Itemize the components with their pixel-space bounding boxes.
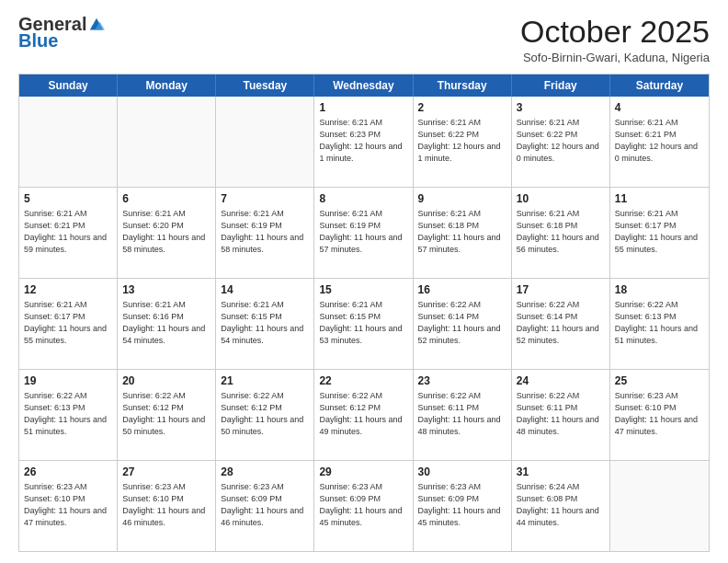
calendar-cell: 11Sunrise: 6:21 AM Sunset: 6:17 PM Dayli… [610, 188, 709, 278]
header-friday: Friday [512, 75, 610, 97]
day-number: 30 [418, 465, 506, 480]
cell-info: Sunrise: 6:21 AM Sunset: 6:22 PM Dayligh… [418, 117, 506, 165]
day-number: 11 [615, 191, 704, 207]
day-number: 4 [615, 100, 704, 116]
cell-info: Sunrise: 6:23 AM Sunset: 6:09 PM Dayligh… [221, 481, 309, 529]
cell-info: Sunrise: 6:21 AM Sunset: 6:16 PM Dayligh… [122, 299, 210, 347]
logo-icon [88, 17, 105, 33]
logo: General Blue [18, 15, 105, 50]
calendar-cell: 10Sunrise: 6:21 AM Sunset: 6:18 PM Dayli… [512, 188, 610, 278]
cell-info: Sunrise: 6:22 AM Sunset: 6:12 PM Dayligh… [221, 390, 309, 438]
day-number: 24 [517, 373, 605, 389]
day-number: 2 [418, 100, 506, 116]
cell-info: Sunrise: 6:21 AM Sunset: 6:15 PM Dayligh… [319, 299, 407, 347]
day-number: 15 [319, 282, 407, 298]
calendar-row-4: 26Sunrise: 6:23 AM Sunset: 6:10 PM Dayli… [19, 461, 709, 551]
calendar-cell: 26Sunrise: 6:23 AM Sunset: 6:10 PM Dayli… [19, 461, 118, 551]
calendar-cell: 16Sunrise: 6:22 AM Sunset: 6:14 PM Dayli… [414, 279, 512, 369]
cell-info: Sunrise: 6:22 AM Sunset: 6:11 PM Dayligh… [418, 390, 506, 438]
cell-info: Sunrise: 6:22 AM Sunset: 6:12 PM Dayligh… [319, 390, 407, 438]
cell-info: Sunrise: 6:21 AM Sunset: 6:17 PM Dayligh… [615, 208, 704, 256]
calendar-cell: 7Sunrise: 6:21 AM Sunset: 6:19 PM Daylig… [216, 188, 314, 278]
calendar-cell: 4Sunrise: 6:21 AM Sunset: 6:21 PM Daylig… [610, 97, 709, 187]
calendar-cell: 20Sunrise: 6:22 AM Sunset: 6:12 PM Dayli… [118, 370, 216, 460]
day-number: 19 [24, 373, 112, 389]
cell-info: Sunrise: 6:23 AM Sunset: 6:10 PM Dayligh… [24, 481, 112, 529]
calendar-cell: 27Sunrise: 6:23 AM Sunset: 6:10 PM Dayli… [118, 461, 216, 551]
calendar-cell: 30Sunrise: 6:23 AM Sunset: 6:09 PM Dayli… [414, 461, 512, 551]
cell-info: Sunrise: 6:23 AM Sunset: 6:09 PM Dayligh… [418, 481, 506, 529]
cell-info: Sunrise: 6:22 AM Sunset: 6:14 PM Dayligh… [418, 299, 506, 347]
calendar-cell [610, 461, 709, 551]
day-number: 13 [122, 282, 210, 298]
calendar-cell: 12Sunrise: 6:21 AM Sunset: 6:17 PM Dayli… [19, 279, 118, 369]
calendar-cell [216, 97, 314, 187]
cell-info: Sunrise: 6:21 AM Sunset: 6:21 PM Dayligh… [615, 117, 704, 165]
header-wednesday: Wednesday [314, 75, 413, 97]
calendar-cell: 18Sunrise: 6:22 AM Sunset: 6:13 PM Dayli… [610, 279, 709, 369]
day-number: 25 [615, 373, 704, 389]
cell-info: Sunrise: 6:22 AM Sunset: 6:13 PM Dayligh… [615, 299, 704, 347]
header-monday: Monday [118, 75, 216, 97]
calendar-cell: 29Sunrise: 6:23 AM Sunset: 6:09 PM Dayli… [314, 461, 413, 551]
title-section: October 2025 Sofo-Birnin-Gwari, Kaduna, … [520, 15, 710, 64]
header-thursday: Thursday [414, 75, 512, 97]
cell-info: Sunrise: 6:21 AM Sunset: 6:18 PM Dayligh… [418, 208, 506, 256]
calendar-cell: 15Sunrise: 6:21 AM Sunset: 6:15 PM Dayli… [314, 279, 413, 369]
cell-info: Sunrise: 6:22 AM Sunset: 6:11 PM Dayligh… [517, 390, 605, 438]
calendar-cell [19, 97, 118, 187]
day-number: 7 [221, 191, 309, 207]
calendar-header: Sunday Monday Tuesday Wednesday Thursday… [19, 75, 709, 97]
cell-info: Sunrise: 6:22 AM Sunset: 6:14 PM Dayligh… [517, 299, 605, 347]
day-number: 27 [122, 465, 210, 480]
calendar-row-3: 19Sunrise: 6:22 AM Sunset: 6:13 PM Dayli… [19, 370, 709, 461]
month-title: October 2025 [520, 15, 710, 49]
day-number: 26 [24, 465, 112, 480]
cell-info: Sunrise: 6:22 AM Sunset: 6:12 PM Dayligh… [122, 390, 210, 438]
calendar: Sunday Monday Tuesday Wednesday Thursday… [18, 74, 710, 552]
calendar-cell: 24Sunrise: 6:22 AM Sunset: 6:11 PM Dayli… [512, 370, 610, 460]
day-number: 20 [122, 373, 210, 389]
day-number: 10 [517, 191, 605, 207]
calendar-cell: 31Sunrise: 6:24 AM Sunset: 6:08 PM Dayli… [512, 461, 610, 551]
cell-info: Sunrise: 6:21 AM Sunset: 6:23 PM Dayligh… [319, 117, 407, 165]
calendar-cell: 8Sunrise: 6:21 AM Sunset: 6:19 PM Daylig… [314, 188, 413, 278]
calendar-cell: 23Sunrise: 6:22 AM Sunset: 6:11 PM Dayli… [414, 370, 512, 460]
cell-info: Sunrise: 6:21 AM Sunset: 6:22 PM Dayligh… [517, 117, 605, 165]
day-number: 3 [517, 100, 605, 116]
calendar-cell: 5Sunrise: 6:21 AM Sunset: 6:21 PM Daylig… [19, 188, 118, 278]
day-number: 31 [517, 465, 605, 480]
cell-info: Sunrise: 6:23 AM Sunset: 6:09 PM Dayligh… [319, 481, 407, 529]
day-number: 29 [319, 465, 407, 480]
calendar-cell: 1Sunrise: 6:21 AM Sunset: 6:23 PM Daylig… [314, 97, 413, 187]
day-number: 28 [221, 465, 309, 480]
day-number: 6 [122, 191, 210, 207]
calendar-cell: 13Sunrise: 6:21 AM Sunset: 6:16 PM Dayli… [118, 279, 216, 369]
calendar-cell: 6Sunrise: 6:21 AM Sunset: 6:20 PM Daylig… [118, 188, 216, 278]
calendar-cell: 2Sunrise: 6:21 AM Sunset: 6:22 PM Daylig… [414, 97, 512, 187]
calendar-cell: 25Sunrise: 6:23 AM Sunset: 6:10 PM Dayli… [610, 370, 709, 460]
calendar-body: 1Sunrise: 6:21 AM Sunset: 6:23 PM Daylig… [19, 97, 709, 551]
cell-info: Sunrise: 6:22 AM Sunset: 6:13 PM Dayligh… [24, 390, 112, 438]
day-number: 18 [615, 282, 704, 298]
cell-info: Sunrise: 6:21 AM Sunset: 6:18 PM Dayligh… [517, 208, 605, 256]
calendar-cell: 21Sunrise: 6:22 AM Sunset: 6:12 PM Dayli… [216, 370, 314, 460]
cell-info: Sunrise: 6:23 AM Sunset: 6:10 PM Dayligh… [122, 481, 210, 529]
cell-info: Sunrise: 6:21 AM Sunset: 6:20 PM Dayligh… [122, 208, 210, 256]
calendar-cell: 28Sunrise: 6:23 AM Sunset: 6:09 PM Dayli… [216, 461, 314, 551]
day-number: 23 [418, 373, 506, 389]
day-number: 1 [319, 100, 407, 116]
calendar-row-1: 5Sunrise: 6:21 AM Sunset: 6:21 PM Daylig… [19, 188, 709, 279]
cell-info: Sunrise: 6:21 AM Sunset: 6:17 PM Dayligh… [24, 299, 112, 347]
cell-info: Sunrise: 6:21 AM Sunset: 6:21 PM Dayligh… [24, 208, 112, 256]
day-number: 14 [221, 282, 309, 298]
day-number: 22 [319, 373, 407, 389]
header-tuesday: Tuesday [216, 75, 314, 97]
cell-info: Sunrise: 6:23 AM Sunset: 6:10 PM Dayligh… [615, 390, 704, 438]
header-sunday: Sunday [19, 75, 118, 97]
header: General Blue October 2025 Sofo-Birnin-Gw… [18, 15, 710, 64]
calendar-cell: 9Sunrise: 6:21 AM Sunset: 6:18 PM Daylig… [414, 188, 512, 278]
day-number: 9 [418, 191, 506, 207]
day-number: 17 [517, 282, 605, 298]
calendar-cell: 17Sunrise: 6:22 AM Sunset: 6:14 PM Dayli… [512, 279, 610, 369]
